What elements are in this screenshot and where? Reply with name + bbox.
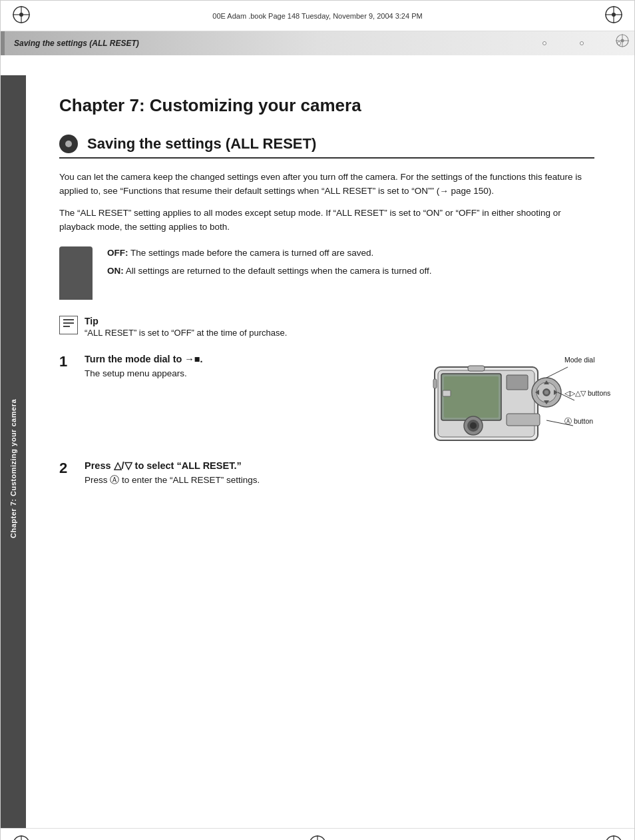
step-1-heading: Turn the mode dial to →■.: [85, 354, 415, 364]
step-1-body: The setup menu appears.: [85, 367, 415, 380]
svg-point-31: [470, 422, 477, 429]
side-chapter-tab: Chapter 7: Customizing your camera: [1, 75, 26, 840]
button-label: Ⓐ button: [564, 417, 635, 426]
svg-rect-27: [468, 366, 485, 371]
top-left-reg-mark: [11, 5, 31, 27]
svg-rect-26: [507, 414, 540, 426]
step-1-number: 1: [59, 354, 74, 370]
header-book-info: 00E Adam .book Page 148 Tuesday, Novembe…: [212, 12, 422, 20]
svg-point-3: [19, 13, 23, 17]
svg-point-25: [544, 390, 548, 394]
tip-box: Tip “ALL RESET” is set to “OFF” at the t…: [59, 312, 594, 342]
bottom-center-reg-mark: [308, 834, 327, 840]
steps-container: Mode dial ◁▷△▽ buttons Ⓐ button 1 Turn t…: [59, 354, 594, 501]
chapter-title: Chapter 7: Customizing your camera: [59, 95, 594, 116]
camera-svg: [428, 347, 588, 457]
banner-title: Saving the settings (ALL RESET): [14, 39, 139, 48]
step-2-number: 2: [59, 460, 74, 476]
section-title: Saving the settings (ALL RESET): [87, 135, 316, 153]
page-wrapper: Chapter 7: Customizing your camera Chapt…: [1, 75, 634, 840]
main-content: Chapter 7: Customizing your camera Savin…: [26, 75, 634, 840]
body-paragraph2: The “ALL RESET” setting applies to all m…: [59, 207, 594, 234]
tip-document-icon: [59, 316, 78, 334]
step-1: 1 Turn the mode dial to →■. The setup me…: [59, 354, 415, 380]
note-side-box: [59, 246, 93, 300]
body-paragraph1: You can let the camera keep the changed …: [59, 171, 594, 199]
step-2-content: Press △/▽ to select “ALL RESET.” Press Ⓐ…: [85, 460, 594, 487]
off-on-content: OFF: The settings made before the camera…: [107, 246, 432, 286]
svg-rect-28: [443, 390, 451, 396]
section-bullet-icon: [59, 135, 78, 153]
chapter-header-banner: Saving the settings (ALL RESET): [1, 31, 634, 55]
off-text: OFF: The settings made before the camera…: [107, 246, 432, 260]
svg-rect-16: [507, 375, 528, 390]
camera-labels: Mode dial ◁▷△▽ buttons Ⓐ button: [564, 356, 635, 426]
svg-point-11: [621, 39, 624, 43]
top-right-reg-mark: [604, 5, 624, 27]
banner-reg-mark: [614, 33, 630, 51]
on-text: ON: All settings are returned to the def…: [107, 264, 432, 278]
svg-rect-32: [433, 379, 437, 388]
section-heading: Saving the settings (ALL RESET): [59, 135, 594, 159]
step-2: 2 Press △/▽ to select “ALL RESET.” Press…: [59, 460, 594, 487]
svg-rect-15: [444, 376, 499, 418]
bottom-left-reg-mark: [11, 834, 31, 840]
page-frame: 00E Adam .book Page 148 Tuesday, Novembe…: [0, 0, 635, 840]
step-2-heading: Press △/▽ to select “ALL RESET.”: [85, 460, 594, 471]
step-2-body: Press Ⓐ to enter the “ALL RESET” setting…: [85, 474, 594, 487]
bottom-right-reg-mark: [604, 834, 624, 840]
svg-point-7: [612, 13, 616, 17]
camera-diagram: Mode dial ◁▷△▽ buttons Ⓐ button: [428, 347, 594, 426]
note-section: OFF: The settings made before the camera…: [59, 246, 594, 300]
side-tab-text: Chapter 7: Customizing your camera: [9, 399, 17, 538]
mode-dial-label: Mode dial: [564, 356, 635, 364]
step-1-content: Turn the mode dial to →■. The setup menu…: [85, 354, 415, 380]
tip-content: Tip “ALL RESET” is set to “OFF” at the t…: [85, 316, 287, 338]
buttons-label: ◁▷△▽ buttons: [564, 389, 635, 397]
